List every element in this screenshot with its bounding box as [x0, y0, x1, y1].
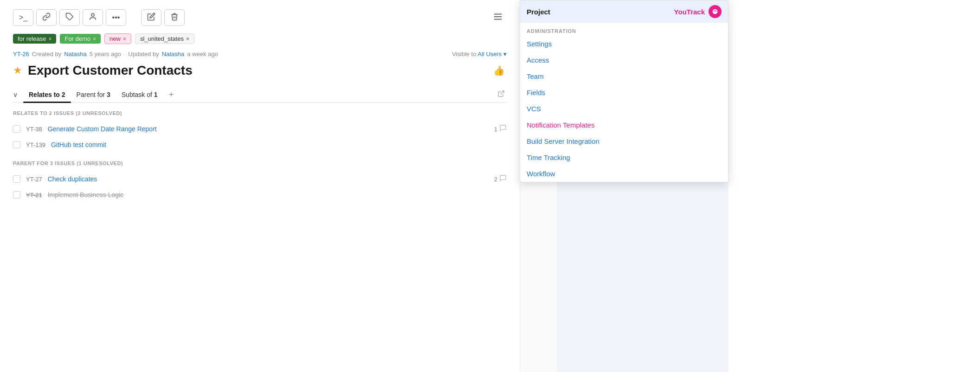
- external-link-icon: [497, 91, 505, 99]
- dropdown-item-time-tracking[interactable]: Time Tracking: [520, 149, 728, 166]
- hamburger-icon: [493, 13, 503, 24]
- dropdown-menu: Project YouTrack ADMINISTRATION Settings…: [520, 0, 729, 182]
- tag-icon: [65, 13, 74, 23]
- issue-title-row: ★ Export Customer Contacts 👍: [13, 63, 507, 78]
- dropdown-item-workflow[interactable]: Workflow: [520, 166, 728, 182]
- delete-icon: [170, 13, 179, 23]
- link-icon: [42, 13, 51, 23]
- dropdown-project-label: Project: [527, 8, 671, 16]
- relations-header: ∨ Relates to 2 Parent for 3 Subtask of 1…: [13, 87, 507, 103]
- svg-point-6: [713, 9, 718, 14]
- edit-button[interactable]: [141, 9, 161, 26]
- terminal-icon: >_: [19, 13, 27, 22]
- dropdown-item-notification-templates[interactable]: Notification Templates: [520, 117, 728, 133]
- visible-to-link[interactable]: All Users: [477, 51, 502, 58]
- parent-for-title: PARENT FOR 3 ISSUES (1 UNRESOLVED): [13, 160, 507, 166]
- svg-line-5: [501, 91, 504, 94]
- admin-section-title: ADMINISTRATION: [520, 23, 728, 36]
- dropdown-arrow-icon[interactable]: ▾: [503, 51, 507, 58]
- dropdown-item-fields[interactable]: Fields: [520, 84, 728, 101]
- issue-checkbox-yt27[interactable]: [13, 175, 20, 183]
- link-button[interactable]: [36, 9, 57, 26]
- tag-new: new ×: [104, 33, 131, 44]
- issue-link-yt21[interactable]: Implement Business Logic: [48, 191, 123, 199]
- table-row: YT-139 GitHub test commit: [13, 138, 507, 151]
- comment-icon: [499, 174, 507, 184]
- tag-button[interactable]: [59, 9, 80, 26]
- relates-to-title: RELATES TO 2 ISSUES (2 UNRESOLVED): [13, 110, 507, 116]
- page-wrapper: >_ •••: [0, 0, 980, 372]
- created-ago: 5 years ago: [90, 51, 121, 58]
- collapse-button[interactable]: ∨: [13, 89, 21, 100]
- edit-icon: [147, 13, 155, 23]
- separator: ·: [124, 51, 126, 58]
- created-by-link[interactable]: Natasha: [64, 51, 86, 58]
- issue-checkbox-yt139[interactable]: [13, 141, 20, 148]
- issue-link-yt27[interactable]: Check duplicates: [48, 175, 97, 183]
- updated-text: Updated by: [128, 51, 159, 58]
- dropdown-area: Project YouTrack ADMINISTRATION Settings…: [557, 0, 729, 372]
- right-area: Con Typ Sta Ass Sub Fix Aff Fix Du Est P…: [520, 0, 729, 372]
- tab-subtask-of[interactable]: Subtask of 1: [116, 87, 163, 102]
- tab-parent-for[interactable]: Parent for 3: [71, 87, 116, 102]
- main-content: >_ •••: [0, 0, 520, 372]
- dropdown-item-vcs[interactable]: VCS: [520, 101, 728, 117]
- issue-link-yt38[interactable]: Generate Custom Date Range Report: [48, 125, 157, 133]
- tag-label: sl_united_states: [140, 35, 184, 42]
- issue-checkbox-yt21[interactable]: [13, 191, 20, 199]
- external-link-button[interactable]: [496, 88, 507, 101]
- chevron-down-icon: ∨: [13, 91, 18, 98]
- relates-to-section: RELATES TO 2 ISSUES (2 UNRESOLVED) YT-38…: [13, 110, 507, 151]
- tags-row: for release × For demo × new × sl_united…: [13, 33, 507, 44]
- updated-ago: a week ago: [187, 51, 218, 58]
- tag-remove-sl-united-states[interactable]: ×: [186, 36, 189, 42]
- tag-label: for release: [18, 35, 46, 42]
- comment-icon: [499, 124, 507, 134]
- dropdown-item-access[interactable]: Access: [520, 52, 728, 68]
- parent-for-section: PARENT FOR 3 ISSUES (1 UNRESOLVED) YT-27…: [13, 160, 507, 201]
- issue-id-link[interactable]: YT-26: [13, 51, 29, 58]
- user-button[interactable]: [83, 9, 103, 26]
- delete-button[interactable]: [164, 9, 185, 26]
- tag-for-release: for release ×: [13, 34, 56, 44]
- updated-by-link[interactable]: Natasha: [162, 51, 184, 58]
- svg-point-1: [91, 13, 94, 16]
- star-icon[interactable]: ★: [13, 64, 22, 77]
- more-icon: •••: [112, 13, 120, 22]
- tag-remove-new[interactable]: ×: [123, 36, 126, 42]
- table-row: YT-21 Implement Business Logic: [13, 188, 507, 201]
- tag-remove-for-demo[interactable]: ×: [93, 36, 96, 42]
- youtrack-icon-button[interactable]: [709, 5, 722, 18]
- created-text: Created by: [32, 51, 62, 58]
- tab-relates-to[interactable]: Relates to 2: [23, 87, 71, 102]
- dropdown-item-team[interactable]: Team: [520, 68, 728, 84]
- meta-row: YT-26 Created by Natasha 5 years ago · U…: [13, 51, 507, 58]
- issue-id-yt139: YT-139: [26, 141, 45, 148]
- hamburger-button[interactable]: [489, 10, 507, 26]
- issue-id-yt21: YT-21: [26, 192, 42, 199]
- issue-link-yt139[interactable]: GitHub test commit: [51, 141, 106, 148]
- dropdown-header: Project YouTrack: [520, 0, 728, 23]
- tag-label: new: [110, 35, 121, 42]
- toolbar: >_ •••: [13, 9, 507, 26]
- tag-remove-for-release[interactable]: ×: [48, 36, 52, 42]
- comment-count-yt38: 1: [494, 124, 507, 134]
- more-button[interactable]: •••: [106, 9, 126, 26]
- table-row: YT-27 Check duplicates 2: [13, 172, 507, 186]
- dropdown-brand-label: YouTrack: [674, 8, 705, 16]
- visibility-info: Visible to All Users ▾: [452, 51, 507, 58]
- terminal-button[interactable]: >_: [13, 9, 33, 26]
- dropdown-item-settings[interactable]: Settings: [520, 36, 728, 52]
- dropdown-item-build-server-integration[interactable]: Build Server Integration: [520, 133, 728, 149]
- issue-id-yt27: YT-27: [26, 176, 42, 183]
- add-relation-button[interactable]: +: [165, 88, 178, 102]
- thumbs-up-button[interactable]: 👍: [491, 63, 507, 78]
- issue-checkbox-yt38[interactable]: [13, 125, 20, 133]
- table-row: YT-38 Generate Custom Date Range Report …: [13, 122, 507, 136]
- thumbs-up-icon: 👍: [493, 65, 505, 76]
- tag-for-demo: For demo ×: [60, 34, 101, 44]
- issue-id-yt38: YT-38: [26, 126, 42, 133]
- user-icon: [89, 13, 97, 23]
- plus-icon: +: [169, 90, 174, 99]
- issue-title: Export Customer Contacts: [28, 63, 486, 78]
